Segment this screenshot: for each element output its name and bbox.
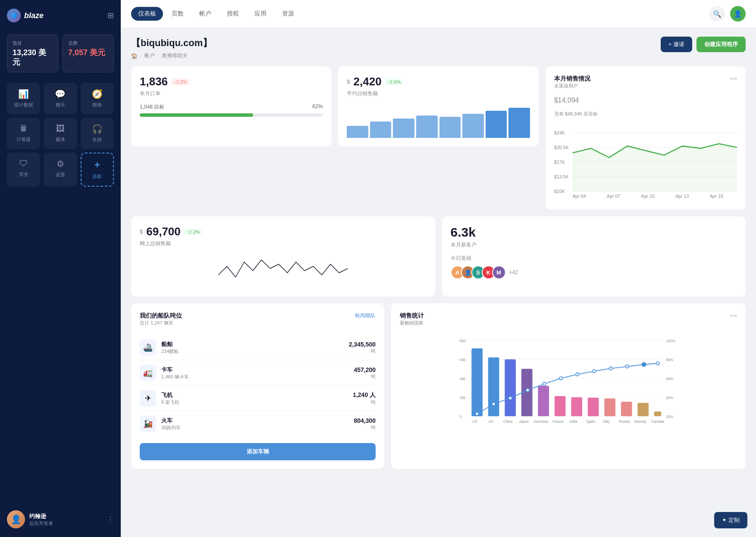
stats-row-1: 1,836 ↓2.2% 本月订单 1,048 目标 62% $ — [131, 66, 746, 209]
sidebar-item-media[interactable]: 🖼 媒体 — [44, 118, 77, 149]
train-icon: 🚂 — [140, 415, 156, 432]
user-menu-icon[interactable]: ⋮ — [107, 515, 114, 524]
orders-label: 本月订单 — [140, 90, 323, 97]
sidebar-item-settings[interactable]: ⚙ 设置 — [44, 153, 77, 187]
fleet-num-plane: 1,240 人 — [353, 391, 376, 399]
user-avatar-button[interactable]: 👤 — [730, 6, 746, 22]
customize-button[interactable]: ✦ 定制 — [714, 512, 747, 528]
svg-point-32 — [656, 362, 659, 365]
support-icon: 🎧 — [92, 124, 103, 134]
x-label-5: Apr 16 — [709, 194, 723, 199]
sales-amount: $14,094 — [554, 96, 737, 110]
fleet-info-ship: 船舶 234艘船 — [161, 340, 344, 355]
avg-sales-main: $ 2,420 ↑2.6% — [347, 75, 530, 88]
stats-row-2: $ 69,700 ↑2.2% 网上总销售额 6.3k 本月新客户 今日英雄 — [131, 216, 746, 297]
sidebar-item-guide[interactable]: 🧭 指南 — [81, 83, 114, 114]
sidebar-item-support[interactable]: 🎧 支持 — [81, 118, 114, 149]
fleet-item-ship: 🚢 船舶 234艘船 2,345,500 吨 — [140, 335, 376, 360]
svg-text:China: China — [503, 420, 513, 424]
new-customers-label: 本月新客户 — [451, 241, 737, 249]
guide-icon: 🧭 — [92, 89, 103, 99]
invite-button[interactable]: + 邀请 — [661, 37, 692, 52]
svg-text:40%: 40% — [666, 396, 673, 400]
svg-text:Russia: Russia — [619, 420, 630, 424]
y-label-2: $20.5K — [554, 145, 569, 150]
tab-pages[interactable]: 页数 — [165, 7, 191, 21]
avg-sales-card: $ 2,420 ↑2.6% 平均日销售额 — [338, 66, 538, 147]
sidebar: 🔷 blaze ⊞ 预算 13,230 美元 花费 7,057 美元 📊 统计数… — [0, 0, 121, 537]
sales-stats-more-icon[interactable]: ••• — [730, 312, 737, 320]
svg-text:800: 800 — [460, 339, 466, 343]
fleet-unit-truck: 吨 — [354, 373, 376, 380]
svg-text:France: France — [552, 420, 564, 424]
stats-label: 统计数据 — [14, 102, 33, 108]
addnew-icon: + — [94, 159, 100, 171]
sidebar-item-stats[interactable]: 📊 统计数据 — [7, 83, 40, 114]
y-label-5: $10K — [554, 189, 565, 194]
bar-spain — [588, 398, 599, 416]
tab-accounts[interactable]: 帐户 — [192, 7, 218, 21]
fleet-num-truck: 457,200 — [354, 366, 376, 373]
budget-card: 预算 13,230 美元 — [7, 34, 58, 72]
bar-canada — [654, 412, 662, 416]
settings-label: 设置 — [56, 172, 65, 178]
tab-resources[interactable]: 资源 — [275, 7, 301, 21]
total-sales-card: $ 69,700 ↑2.2% 网上总销售额 — [131, 216, 435, 297]
heroes-label: 今日英雄 — [451, 255, 737, 262]
svg-text:0: 0 — [460, 415, 462, 419]
logo-inner: 🔷 blaze — [7, 9, 44, 22]
fleet-value-ship: 2,345,500 吨 — [349, 341, 376, 354]
hero-avatar-5: M — [492, 265, 506, 279]
logo-icon: 🔷 — [7, 9, 21, 22]
svg-point-31 — [642, 362, 646, 366]
sidebar-item-chat[interactable]: 💬 聊天 — [44, 83, 77, 114]
y-label-1: $24K — [554, 130, 565, 135]
sidebar-item-security[interactable]: 🛡 安全 — [7, 153, 40, 187]
dollar-prefix: $ — [347, 78, 350, 85]
bar-china — [505, 359, 516, 416]
orders-card: 1,836 ↓2.2% 本月订单 1,048 目标 62% — [131, 66, 331, 147]
svg-text:600: 600 — [460, 358, 466, 362]
tab-apps[interactable]: 应用 — [248, 7, 273, 21]
bar-france — [555, 396, 566, 416]
fleet-value-train: 804,300 吨 — [354, 417, 376, 431]
breadcrumb-current: 奥弗维耶夫 — [162, 52, 188, 59]
fleet-value-plane: 1,240 人 吨 — [353, 391, 376, 406]
mini-bar-chart — [347, 103, 530, 138]
add-vehicle-button[interactable]: 添加车辆 — [140, 443, 376, 460]
sales-bar-chart-svg: 800 600 400 200 0 100% 80% — [400, 335, 737, 430]
page-header-actions: + 邀请 创建应用程序 — [661, 37, 746, 52]
svg-marker-5 — [572, 144, 737, 191]
fleet-info-truck: 卡车 1,460 辆卡车 — [161, 366, 348, 380]
search-button[interactable]: 🔍 — [709, 6, 725, 22]
breadcrumb-accounts[interactable]: 帐户 — [144, 52, 155, 59]
sidebar-item-calculator[interactable]: 🖩 计算器 — [7, 118, 40, 149]
content-area: 【biqubiqu.com】 🏠 › 帐户 › 奥弗维耶夫 + 邀请 创建应用程… — [121, 28, 756, 537]
sidebar-top-settings-icon[interactable]: ⊞ — [107, 11, 114, 20]
svg-text:Spain: Spain — [586, 420, 596, 424]
sales-chart-area: 800 600 400 200 0 100% 80% — [400, 335, 737, 447]
more-icon[interactable]: ••• — [730, 75, 737, 83]
logo-text: blaze — [24, 11, 44, 20]
breadcrumb-home[interactable]: 🏠 — [131, 53, 138, 59]
y-label-3: $17K — [554, 159, 565, 165]
tab-dashboard[interactable]: 仪表板 — [131, 7, 163, 21]
page-title-section: 【biqubiqu.com】 🏠 › 帐户 › 奥弗维耶夫 — [131, 37, 212, 59]
sales-subtitle: 全渠道用户 — [554, 83, 590, 89]
fleet-link[interactable]: 检阅舰队 — [355, 312, 376, 319]
guide-label: 指南 — [92, 102, 102, 108]
fleet-item-plane: ✈ 飞机 8 架飞机 1,240 人 吨 — [140, 386, 376, 411]
orders-badge: ↓2.2% — [171, 78, 190, 85]
stats-icon: 📊 — [18, 89, 29, 99]
fleet-sub-plane: 8 架飞机 — [161, 399, 348, 406]
sidebar-item-addnew[interactable]: + 添新 — [81, 153, 114, 187]
budget-cards: 预算 13,230 美元 花费 7,057 美元 — [7, 34, 114, 72]
tab-auth[interactable]: 授权 — [220, 7, 246, 21]
sales-stats-titles: 销售统计 最畅销国家 — [400, 312, 424, 333]
progress-label: 1,048 目标 — [140, 103, 164, 111]
create-app-button[interactable]: 创建应用程序 — [696, 37, 746, 52]
bar-2 — [370, 122, 392, 138]
svg-text:80%: 80% — [666, 358, 673, 362]
addnew-label: 添新 — [92, 173, 102, 180]
svg-text:Canada: Canada — [652, 420, 664, 424]
